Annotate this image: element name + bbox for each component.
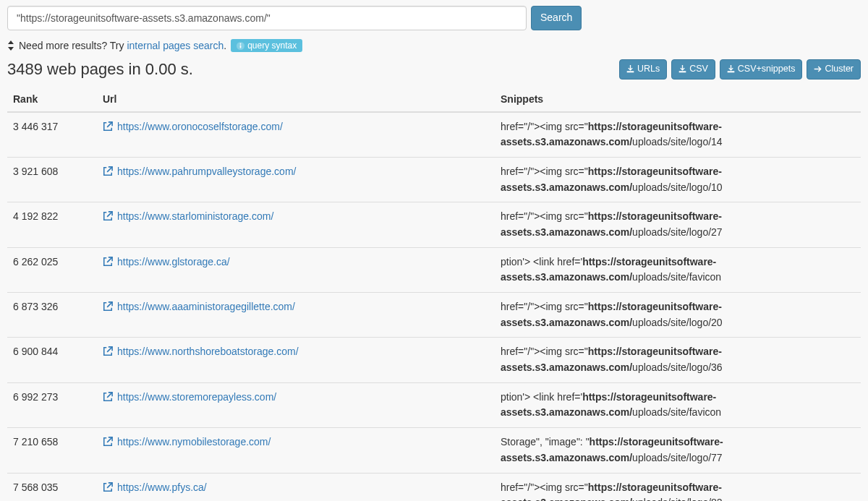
url-cell: https://www.glstorage.ca/ xyxy=(97,247,495,292)
download-icon xyxy=(678,63,686,76)
export-urls-button[interactable]: URLs xyxy=(619,59,667,80)
result-url-link[interactable]: https://www.oronocoselfstorage.com/ xyxy=(117,121,283,132)
search-button[interactable]: Search xyxy=(531,6,582,30)
info-icon xyxy=(237,40,244,51)
sort-icon xyxy=(7,40,14,51)
table-row: 4 192 822https://www.starloministorage.c… xyxy=(7,202,861,247)
url-cell: https://www.pahrumpvalleystorage.com/ xyxy=(97,157,495,202)
svg-rect-5 xyxy=(728,71,735,72)
external-link-icon[interactable] xyxy=(103,344,113,360)
external-link-icon[interactable] xyxy=(103,254,113,270)
rank-cell: 6 900 844 xyxy=(7,338,97,382)
snippet-cell: href="/"><img src="https://storageunitso… xyxy=(495,338,861,382)
table-row: 6 262 025https://www.glstorage.ca/ption'… xyxy=(7,247,861,292)
query-syntax-badge[interactable]: query syntax xyxy=(231,39,302,52)
table-row: 6 900 844https://www.northshoreboatstora… xyxy=(7,338,861,382)
svg-rect-4 xyxy=(679,71,686,72)
col-header-snippets: Snippets xyxy=(495,87,861,112)
table-row: 3 921 608https://www.pahrumpvalleystorag… xyxy=(7,157,861,202)
result-url-link[interactable]: https://www.pfys.ca/ xyxy=(117,481,207,493)
snippet-cell: Storage", "image": "https://storageunits… xyxy=(495,428,861,473)
hint-prefix: Need more results? Try xyxy=(19,40,127,51)
table-row: 6 992 273https://www.storemorepayless.co… xyxy=(7,382,861,427)
result-url-link[interactable]: https://www.northshoreboatstorage.com/ xyxy=(117,346,299,357)
result-summary: 3489 web pages in 0.00 s. xyxy=(7,60,193,79)
rank-cell: 3 921 608 xyxy=(7,157,97,202)
snippet-cell: href="/"><img src="https://storageunitso… xyxy=(495,112,861,158)
url-cell: https://www.starloministorage.com/ xyxy=(97,202,495,247)
snippet-cell: href="/"><img src="https://storageunitso… xyxy=(495,473,861,501)
rank-cell: 7 568 035 xyxy=(7,473,97,501)
svg-rect-3 xyxy=(627,71,634,72)
col-header-url: Url xyxy=(97,87,495,112)
result-url-link[interactable]: https://www.storemorepayless.com/ xyxy=(117,391,276,403)
results-table: Rank Url Snippets 3 446 317https://www.o… xyxy=(7,87,861,502)
hint-suffix: . xyxy=(224,40,226,51)
download-icon xyxy=(626,63,634,76)
search-input[interactable] xyxy=(7,6,527,30)
snippet-cell: href="/"><img src="https://storageunitso… xyxy=(495,293,861,338)
result-url-link[interactable]: https://www.aaaministoragegillette.com/ xyxy=(117,301,295,312)
external-link-icon[interactable] xyxy=(103,434,113,450)
external-link-icon[interactable] xyxy=(103,299,113,315)
snippet-cell: href="/"><img src="https://storageunitso… xyxy=(495,202,861,247)
download-icon xyxy=(727,63,735,76)
external-link-icon[interactable] xyxy=(103,164,113,180)
url-cell: https://www.aaaministoragegillette.com/ xyxy=(97,293,495,338)
external-link-icon[interactable] xyxy=(103,119,113,135)
url-cell: https://www.nymobilestorage.com/ xyxy=(97,428,495,473)
url-cell: https://www.storemorepayless.com/ xyxy=(97,382,495,427)
rank-cell: 3 446 317 xyxy=(7,112,97,158)
internal-pages-search-link[interactable]: internal pages search xyxy=(127,40,224,51)
table-row: 3 446 317https://www.oronocoselfstorage.… xyxy=(7,112,861,158)
export-csv-button[interactable]: CSV xyxy=(671,59,715,80)
col-header-rank: Rank xyxy=(7,87,97,112)
svg-rect-2 xyxy=(240,45,242,48)
result-url-link[interactable]: https://www.starloministorage.com/ xyxy=(117,210,273,222)
url-cell: https://www.oronocoselfstorage.com/ xyxy=(97,112,495,158)
external-link-icon[interactable] xyxy=(103,390,113,406)
rank-cell: 6 873 326 xyxy=(7,293,97,338)
svg-point-1 xyxy=(240,43,242,45)
result-url-link[interactable]: https://www.pahrumpvalleystorage.com/ xyxy=(117,166,296,177)
external-link-icon[interactable] xyxy=(103,209,113,225)
export-csv-snippets-button[interactable]: CSV+snippets xyxy=(720,59,803,80)
rank-cell: 6 992 273 xyxy=(7,382,97,427)
snippet-cell: ption'> <link href='https://storageunits… xyxy=(495,247,861,292)
snippet-cell: ption'> <link href='https://storageunits… xyxy=(495,382,861,427)
result-url-link[interactable]: https://www.nymobilestorage.com/ xyxy=(117,436,271,448)
external-link-icon[interactable] xyxy=(103,480,113,496)
rank-cell: 7 210 658 xyxy=(7,428,97,473)
table-row: 6 873 326https://www.aaaministoragegille… xyxy=(7,293,861,338)
arrow-right-icon xyxy=(814,63,822,76)
table-row: 7 568 035https://www.pfys.ca/href="/"><i… xyxy=(7,473,861,501)
url-cell: https://www.northshoreboatstorage.com/ xyxy=(97,338,495,382)
result-url-link[interactable]: https://www.glstorage.ca/ xyxy=(117,256,230,267)
snippet-cell: href="/"><img src="https://storageunitso… xyxy=(495,157,861,202)
url-cell: https://www.pfys.ca/ xyxy=(97,473,495,501)
rank-cell: 6 262 025 xyxy=(7,247,97,292)
table-row: 7 210 658https://www.nymobilestorage.com… xyxy=(7,428,861,473)
rank-cell: 4 192 822 xyxy=(7,202,97,247)
cluster-button[interactable]: Cluster xyxy=(807,59,861,80)
